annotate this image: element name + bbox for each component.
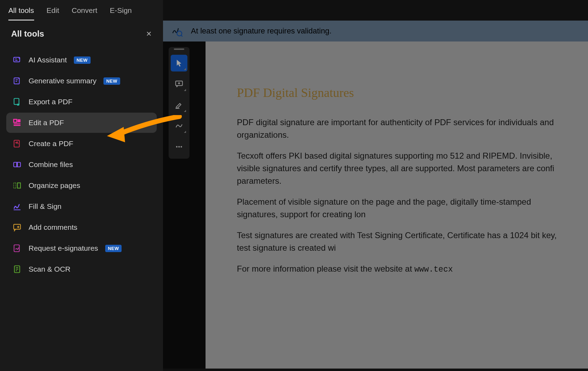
vtool-more[interactable] (171, 138, 187, 155)
tool-label: Combine files (29, 160, 73, 169)
tool-create-pdf[interactable]: Create a PDF (6, 134, 157, 154)
tool-label: Edit a PDF (29, 119, 64, 127)
organize-pages-icon (13, 181, 22, 190)
tool-label: Generative summary (29, 77, 96, 85)
tool-organize-pages[interactable]: Organize pages (6, 175, 157, 196)
tool-add-comments[interactable]: Add comments (6, 217, 157, 237)
svg-line-14 (181, 35, 183, 37)
document-title: PDF Digital Signatures (237, 83, 567, 102)
tool-request-esig[interactable]: Request e-signaturesNEW (6, 238, 157, 258)
svg-rect-8 (14, 183, 16, 188)
vtool-cursor[interactable] (171, 55, 187, 71)
tool-label: Scan & OCR (29, 265, 70, 273)
tool-fill-sign[interactable]: Fill & Sign (6, 196, 157, 217)
vertical-toolbar (169, 47, 189, 159)
create-pdf-icon (13, 139, 22, 148)
document-paragraph: For more information please visit the we… (237, 263, 567, 276)
tab-edit[interactable]: Edit (47, 6, 59, 21)
tool-label: Request e-signatures (29, 244, 98, 252)
svg-point-13 (177, 31, 182, 36)
svg-point-17 (178, 146, 180, 147)
signature-validate-icon (171, 25, 183, 37)
tool-label: Create a PDF (29, 139, 73, 148)
sidebar-header: All tools ✕ (6, 29, 157, 47)
request-esig-icon (13, 244, 22, 253)
new-badge: NEW (74, 56, 91, 64)
generative-summary-icon (13, 76, 22, 85)
tab-e-sign[interactable]: E-Sign (110, 6, 132, 21)
main-container: All tools ✕ AI AssistantNEWGenerative su… (0, 21, 588, 369)
combine-files-icon (13, 160, 22, 169)
sidebar: All tools ✕ AI AssistantNEWGenerative su… (0, 21, 163, 369)
new-badge: NEW (105, 245, 122, 252)
tool-label: Fill & Sign (29, 202, 62, 211)
tool-label: AI Assistant (29, 56, 67, 64)
document-area: PDF Digital SignaturesPDF digital signat… (163, 41, 588, 369)
tab-all-tools[interactable]: All tools (8, 6, 34, 21)
tool-combine-files[interactable]: Combine files (6, 154, 157, 175)
content-area: At least one signature requires validati… (163, 21, 588, 369)
fill-sign-icon (13, 202, 22, 211)
tool-edit-pdf[interactable]: Edit a PDF (6, 113, 157, 133)
tool-label: Export a PDF (29, 98, 72, 106)
tool-generative-summary[interactable]: Generative summaryNEW (6, 71, 157, 91)
document-page: PDF Digital SignaturesPDF digital signat… (206, 41, 588, 369)
signature-banner: At least one signature requires validati… (163, 21, 588, 41)
document-paragraph: Tecxoft offers PKI based digital signatu… (237, 150, 567, 187)
vtool-highlight[interactable] (171, 97, 187, 113)
banner-text: At least one signature requires validati… (191, 26, 332, 36)
tool-list: AI AssistantNEWGenerative summaryNEWExpo… (6, 50, 157, 279)
tool-scan-ocr[interactable]: Scan & OCR (6, 259, 157, 279)
tool-ai-assistant[interactable]: AI AssistantNEW (6, 50, 157, 70)
vtool-draw[interactable] (171, 118, 187, 134)
svg-rect-3 (14, 119, 17, 122)
add-comments-icon (13, 223, 22, 232)
new-badge: NEW (103, 77, 120, 85)
tool-export-pdf[interactable]: Export a PDF (6, 92, 157, 112)
svg-rect-9 (17, 183, 21, 188)
sidebar-title: All tools (11, 29, 44, 39)
svg-rect-2 (14, 98, 19, 104)
tab-convert[interactable]: Convert (72, 6, 98, 21)
tool-label: Organize pages (29, 181, 80, 190)
close-icon[interactable]: ✕ (146, 30, 152, 38)
vtool-comment[interactable] (171, 76, 187, 92)
document-paragraph: PDF digital signature are important for … (237, 116, 567, 141)
edit-pdf-icon (13, 118, 22, 127)
svg-rect-4 (17, 119, 21, 122)
svg-point-18 (180, 146, 182, 147)
svg-rect-5 (14, 140, 19, 147)
export-pdf-icon (13, 97, 22, 106)
scan-ocr-icon (13, 265, 22, 274)
ai-assistant-icon (13, 55, 22, 65)
document-paragraph: Test signatures are created with Test Si… (237, 229, 567, 254)
document-paragraph: Placement of visible signature on the pa… (237, 196, 567, 221)
tool-label: Add comments (29, 223, 77, 232)
svg-point-16 (176, 146, 177, 147)
top-tabs: All toolsEditConvertE-Sign (0, 0, 588, 21)
